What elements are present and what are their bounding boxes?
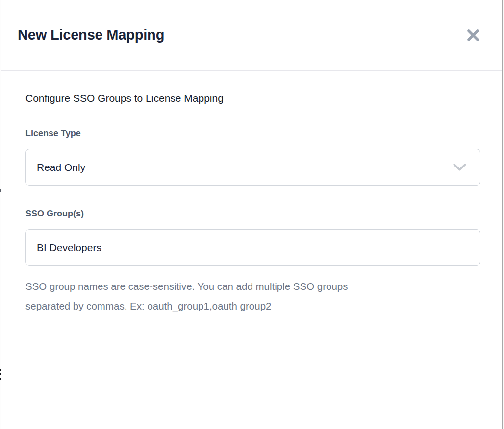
modal-body: Configure SSO Groups to License Mapping … — [1, 92, 502, 316]
modal-title: New License Mapping — [18, 27, 164, 43]
left-edge-line — [0, 20, 0, 73]
license-type-field: License Type Read Only — [25, 128, 478, 186]
helper-text-line: separated by commas. Ex: oauth_group1,oa… — [25, 296, 478, 316]
helper-text-line: SSO group names are case-sensitive. You … — [25, 277, 478, 296]
sso-groups-helper-text: SSO group names are case-sensitive. You … — [25, 277, 478, 316]
license-type-selected-value: Read Only — [37, 162, 85, 173]
modal-header: New License Mapping — [1, 0, 502, 71]
close-icon — [466, 28, 480, 42]
modal-description: Configure SSO Groups to License Mapping — [25, 92, 478, 105]
page-background: New License Mapping Configure SSO Groups… — [0, 0, 504, 429]
license-type-label: License Type — [25, 128, 478, 139]
sso-groups-input[interactable] — [25, 229, 480, 266]
sso-groups-label: SSO Group(s) — [25, 209, 478, 219]
license-type-select[interactable]: Read Only — [25, 149, 480, 186]
sso-groups-field: SSO Group(s) SSO group names are case-se… — [25, 209, 478, 316]
chevron-down-icon — [453, 163, 466, 171]
new-license-mapping-modal: New License Mapping Configure SSO Groups… — [1, 0, 502, 429]
close-button[interactable] — [465, 27, 481, 44]
background-page-right-edge — [502, 0, 504, 429]
